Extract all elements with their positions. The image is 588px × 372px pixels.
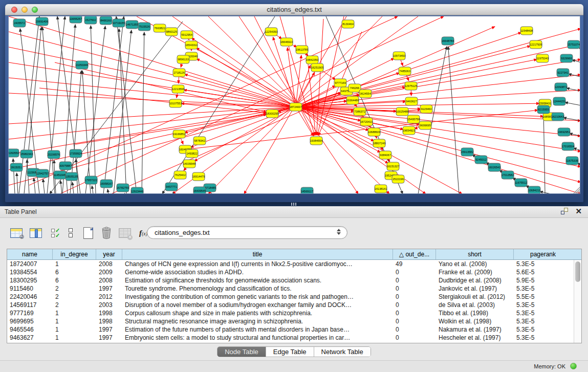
table-cell-year[interactable]: 1997 xyxy=(96,325,122,334)
graph-node[interactable]: 9777169 xyxy=(334,79,346,87)
graph-node[interactable]: 1493822 xyxy=(186,149,198,158)
table-cell-in_degree[interactable]: 1 xyxy=(53,325,96,334)
graph-edge[interactable] xyxy=(116,16,137,194)
tab-edge-table[interactable]: Edge Table xyxy=(266,347,314,357)
column-header-name[interactable]: name xyxy=(7,249,53,259)
graph-node[interactable]: 20206576 xyxy=(48,150,60,159)
graph-node[interactable]: 9329966 xyxy=(560,54,573,62)
table-cell-in_degree[interactable]: 1 xyxy=(53,334,96,342)
graph-node[interactable]: 2718126 xyxy=(173,69,185,77)
table-cell-short[interactable]: de Silva et al. (2003) xyxy=(436,301,514,309)
graph-node[interactable]: 12093872 xyxy=(555,83,567,91)
table-cell-title[interactable]: Genome-wide association studies in ADHD. xyxy=(122,268,393,276)
graph-node[interactable]: 3624554 xyxy=(359,90,372,98)
table-cell-title[interactable]: Estimation of significance thresholds fo… xyxy=(122,276,393,285)
table-cell-title[interactable]: Investigating the contribution of common… xyxy=(122,293,393,301)
table-cell-in_degree[interactable]: 2 xyxy=(53,293,96,301)
resize-grip-icon[interactable] xyxy=(574,187,580,193)
graph-node[interactable]: 19692951 xyxy=(558,128,570,136)
table-row[interactable]: 911546021997Tourette syndrome. Phenomeno… xyxy=(7,285,581,293)
graph-node[interactable]: 7515526 xyxy=(138,23,150,31)
graph-node[interactable]: 2405572 xyxy=(13,19,26,27)
network-graph[interactable]: 7663822986012559129541654331122420046989… xyxy=(9,16,580,194)
graph-node[interactable]: 17013582 xyxy=(502,171,514,179)
table-cell-title[interactable]: Tourette syndrome. Phenomenology and cla… xyxy=(122,285,393,293)
window-titlebar[interactable]: citations_edges.txt xyxy=(5,4,583,15)
graph-node[interactable]: 16210643 xyxy=(552,113,564,121)
graph-edge[interactable] xyxy=(573,148,580,150)
network-view-window[interactable]: citations_edges.txt 76638229860125591295… xyxy=(5,4,583,202)
table-cell-short[interactable]: Wolkin et al. (1998) xyxy=(436,317,514,325)
table-cell-in_degree[interactable]: 2 xyxy=(53,285,96,293)
table-cell-name[interactable]: 14569117 xyxy=(7,301,53,309)
graph-node[interactable]: 16648784 xyxy=(442,37,454,45)
scrollbar-thumb[interactable] xyxy=(575,261,580,282)
graph-node[interactable]: 7625402 xyxy=(174,171,186,179)
table-row[interactable]: 946362711997Embryonic stem cells: a mode… xyxy=(7,334,581,342)
table-row[interactable]: 1872400712008Changes of HCN gene express… xyxy=(7,260,581,268)
graph-node[interactable]: 18300295 xyxy=(266,110,278,118)
table-cell-pagerank[interactable]: 5.3E-5 xyxy=(514,301,572,309)
table-cell-name[interactable]: 19384554 xyxy=(7,268,53,276)
graph-node[interactable]: 11975343 xyxy=(536,54,549,62)
graph-node[interactable]: 17957222 xyxy=(85,176,97,184)
graph-edge[interactable] xyxy=(569,74,580,77)
table-cell-year[interactable]: 1998 xyxy=(96,309,122,317)
graph-node[interactable]: 18807249 xyxy=(373,139,385,147)
table-cell-pagerank[interactable]: 5.6E-5 xyxy=(514,268,572,276)
network-canvas[interactable]: 7663822986012559129541654331122420046989… xyxy=(8,16,580,194)
tab-node-table[interactable]: Node Table xyxy=(217,347,266,357)
graph-edge[interactable] xyxy=(185,110,538,149)
graph-edge[interactable] xyxy=(82,71,91,194)
graph-edge[interactable] xyxy=(448,47,459,194)
graph-node[interactable]: 15751074 xyxy=(568,40,580,49)
graph-node[interactable]: 15913582 xyxy=(461,148,473,156)
delete-column-button[interactable] xyxy=(98,225,115,241)
table-cell-pagerank[interactable]: 5.3E-5 xyxy=(514,260,572,268)
table-cell-out_degree[interactable]: 0 xyxy=(393,325,436,334)
graph-edge[interactable] xyxy=(91,26,96,194)
table-cell-pagerank[interactable]: 5.3E-5 xyxy=(514,325,572,334)
graph-edge[interactable] xyxy=(107,189,108,194)
table-cell-pagerank[interactable]: 5.9E-5 xyxy=(514,276,572,285)
table-cell-year[interactable]: 2008 xyxy=(96,260,122,268)
graph-node[interactable]: 9384067 xyxy=(379,151,391,159)
graph-node[interactable]: 10025488 xyxy=(396,107,408,116)
table-cell-in_degree[interactable]: 6 xyxy=(53,276,96,285)
table-cell-out_degree[interactable]: 49 xyxy=(393,260,436,268)
table-cell-out_degree[interactable]: 0 xyxy=(393,317,436,325)
graph-node[interactable]: 19654923 xyxy=(403,126,415,135)
graph-node[interactable]: 5878342 xyxy=(193,137,206,145)
table-cell-name[interactable]: 9777169 xyxy=(7,309,53,317)
table-cell-name[interactable]: 9115460 xyxy=(7,285,53,293)
table-cell-in_degree[interactable]: 1 xyxy=(53,260,96,268)
column-header-year[interactable]: year xyxy=(96,249,122,259)
memory-status-indicator[interactable] xyxy=(570,363,577,369)
graph-node[interactable]: 16958167 xyxy=(100,180,113,188)
graph-node[interactable]: 16646910 xyxy=(280,38,293,46)
graph-node[interactable]: 9245012 xyxy=(475,156,487,164)
graph-node[interactable]: 9896133 xyxy=(177,55,189,63)
graph-edge[interactable] xyxy=(27,160,29,194)
graph-node[interactable]: 9457771 xyxy=(165,183,178,191)
table-cell-pagerank[interactable]: 5.3E-5 xyxy=(514,309,572,317)
column-header-short[interactable]: short xyxy=(436,249,514,259)
close-panel-icon[interactable]: ✕ xyxy=(575,208,582,214)
table-cell-year[interactable]: 1997 xyxy=(96,334,122,342)
table-cell-year[interactable]: 2009 xyxy=(96,268,122,276)
graph-edge[interactable] xyxy=(173,192,173,194)
graph-node[interactable]: 15495758 xyxy=(407,115,420,123)
column-header-title[interactable]: title xyxy=(122,249,393,259)
graph-node[interactable]: 16782759 xyxy=(117,184,129,192)
graph-node[interactable]: 14671355 xyxy=(126,20,138,29)
graph-edge[interactable] xyxy=(34,178,35,194)
graph-node[interactable]: 10684211 xyxy=(528,186,540,194)
graph-node[interactable]: 19384554 xyxy=(310,137,322,145)
graph-node[interactable]: 7386372 xyxy=(354,107,366,116)
graph-node[interactable]: 17016504 xyxy=(562,142,574,150)
graph-node[interactable]: 746266 xyxy=(349,84,361,92)
table-cell-name[interactable]: 9699695 xyxy=(7,317,53,325)
new-column-button[interactable] xyxy=(80,225,96,241)
table-cell-title[interactable]: Structural magnetic resonance image aver… xyxy=(122,317,393,325)
graph-edge[interactable] xyxy=(211,193,212,194)
